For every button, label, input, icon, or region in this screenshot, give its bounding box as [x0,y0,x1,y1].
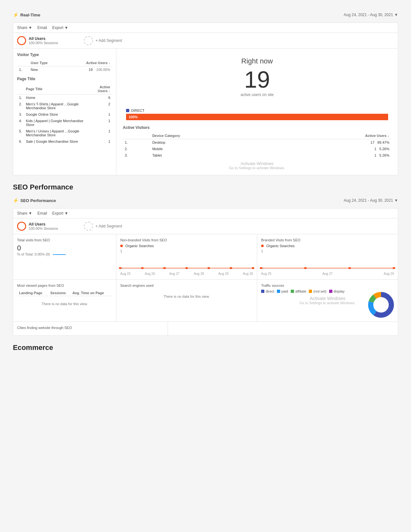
active-users-col-header[interactable]: Active Users ↓ [64,60,112,66]
export-button[interactable]: Export ▼ [52,25,68,30]
svg-point-2 [141,267,144,269]
traffic-color-dot [126,109,129,112]
cities-card: Cities finding website through SEO [13,322,168,335]
seo-export-button[interactable]: Export ▼ [52,211,68,216]
organic-dot-2 [261,245,264,247]
seo-date-range[interactable]: Aug 24, 2021 - Aug 30, 2021 ▼ [344,198,398,203]
add-segment-button[interactable]: + Add Segment [84,36,122,45]
search-engines-card: Search engines used There is no data for… [116,280,257,322]
organic-dot-1 [120,245,123,247]
seo-section-title: ⚡ SEO Performance [13,198,56,203]
table-row: 3. Tablet 1 5.26% [123,152,391,159]
table-row: 3. Google Online Store 1 [17,111,112,118]
right-now-section: Right now 19 active users on site [123,54,391,109]
legend-notset: (not set) [309,289,326,293]
svg-point-13 [393,267,395,269]
seo-all-users-segment[interactable]: All Users 100.00% Sessions [17,222,58,231]
seo-big-title: SEO Performance [13,183,398,191]
table-row: 1. Desktop 17 89.47% [123,139,391,146]
share-dropdown-icon: ▼ [28,25,32,30]
non-branded-organic-label: Organic Searches [120,244,253,248]
email-button[interactable]: Email [37,25,47,30]
cities-spacer [168,322,398,335]
export-dropdown-icon: ▼ [64,25,68,30]
sort-icon: ↓ [109,61,110,65]
legend-dot-affiliate [291,290,294,293]
svg-point-5 [208,267,210,269]
seo-date-dropdown-icon[interactable]: ▼ [394,198,398,203]
share-button[interactable]: Share ▼ [17,25,32,30]
table-row: 4. Kids | Apparel | Google Merchandise S… [17,118,112,128]
legend-dot-notset [309,290,312,293]
seo-toolbar: Share ▼ Email Export ▼ [13,208,398,218]
date-range-dropdown-icon[interactable]: ▼ [394,13,398,17]
branded-card: Branded Visits from SEO Organic Searches… [257,234,398,279]
non-branded-chart: 0 [120,254,253,270]
realtime-title: ⚡ Real-Time [13,12,40,17]
seo-export-dropdown-icon: ▼ [64,211,68,216]
active-visitors-table: Device Category Active Users ↓ 1. Deskto… [123,132,391,159]
non-branded-y-max: 1 [120,249,253,253]
page-sort-icon: ↓ [109,89,110,93]
realtime-content: Visitor Type User Type Active Users ↓ [13,49,398,175]
svg-point-11 [304,267,307,269]
active-users-page-col-header[interactable]: Active Users ↓ [89,84,112,94]
traffic-bar-fill: 100% [126,114,388,120]
svg-point-12 [348,267,351,269]
page-title-section: Page Title Page Title Active Users ↓ [17,77,112,145]
legend-display: display [329,289,345,293]
traffic-bar-section: DIRECT 100% [123,109,391,120]
segment-row: All Users 100.00% Sessions + Add Segment [13,33,398,49]
branded-x-labels: Aug 25 Aug 27 Aug 29 [261,272,394,276]
table-row: 2. Men's T-Shirts | Apparel ...Google Me… [17,101,112,111]
svg-text:0: 0 [121,267,123,270]
branded-chart: 0 [261,254,394,270]
table-row: 1. Home 6 [17,94,112,101]
seo-header: ⚡ SEO Performance Aug 24, 2021 - Aug 30,… [13,195,398,206]
legend-affiliate: affiliate [291,289,307,293]
seo-add-segment-button[interactable]: + Add Segment [84,222,122,231]
visitor-type-table: Visitor Type User Type Active Users ↓ [17,53,112,73]
total-visits-sublabel: % of Total: 0.00% (0) [17,252,112,256]
donut-chart [368,292,394,318]
realtime-date-range[interactable]: Aug 24, 2021 - Aug 30, 2021 ▼ [344,13,398,17]
legend-dot-paid [277,290,280,293]
add-segment-circle [84,36,93,45]
seo-widget: Share ▼ Email Export ▼ All Users 100.00%… [13,208,398,336]
table-row: 2. Mobile 1 5.26% [123,146,391,152]
seo-share-dropdown-icon: ▼ [28,211,32,216]
active-visitors-section: Active Visitors Device Category Active U… [123,125,391,170]
realtime-widget: Share ▼ Email Export ▼ All Users 100.00%… [13,23,398,175]
svg-point-7 [252,267,254,269]
all-users-segment[interactable]: All Users 100.00% Sessions [17,36,58,45]
svg-point-3 [163,267,166,269]
realtime-header: ⚡ Real-Time Aug 24, 2021 - Aug 30, 2021 … [13,10,398,20]
realtime-toolbar: Share ▼ Email Export ▼ [13,23,398,33]
seo-icon: ⚡ [13,198,18,203]
segment-info: All Users 100.00% Sessions [29,36,58,45]
ecommerce-title: Ecommerce [13,343,398,352]
traffic-bar-container: 100% [126,114,388,120]
legend-direct: direct [261,289,274,293]
traffic-label: DIRECT [126,109,388,112]
non-branded-x-labels: Aug 25 Aug 26 Aug 27 Aug 28 Aug 29 Aug 3… [120,272,253,276]
realtime-icon: ⚡ [13,12,18,17]
non-branded-card: Non-branded Visits from SEO Organic Sear… [116,234,257,279]
seo-segment-row: All Users 100.00% Sessions + Add Segment [13,218,398,234]
seo-share-button[interactable]: Share ▼ [17,211,32,216]
segment-circle [17,36,26,45]
table-row: 1. New 19 100.00% [17,66,112,73]
seo-bottom-row: Cities finding website through SEO [13,322,398,335]
active-users-visitors-header[interactable]: Active Users ↓ [278,132,391,139]
seo-email-button[interactable]: Email [37,211,47,216]
most-viewed-table: Landing Page Sessions Avg. Time on Page [17,289,112,297]
realtime-right-panel: Right now 19 active users on site DIRECT… [116,49,398,175]
seo-top-row: Total visits from SEO 0 % of Total: 0.00… [13,234,398,279]
page-title-table: Page Title Page Title Active Users ↓ [17,77,112,145]
table-row: 6. Sale | Google Merchandise Store 1 [17,138,112,145]
branded-y-max: 1 [261,249,394,253]
seo-segment-info: All Users 100.00% Sessions [29,222,58,230]
branded-organic-label: Organic Searches [261,244,394,248]
seo-add-segment-circle [84,222,93,231]
legend-paid: paid [277,289,288,293]
